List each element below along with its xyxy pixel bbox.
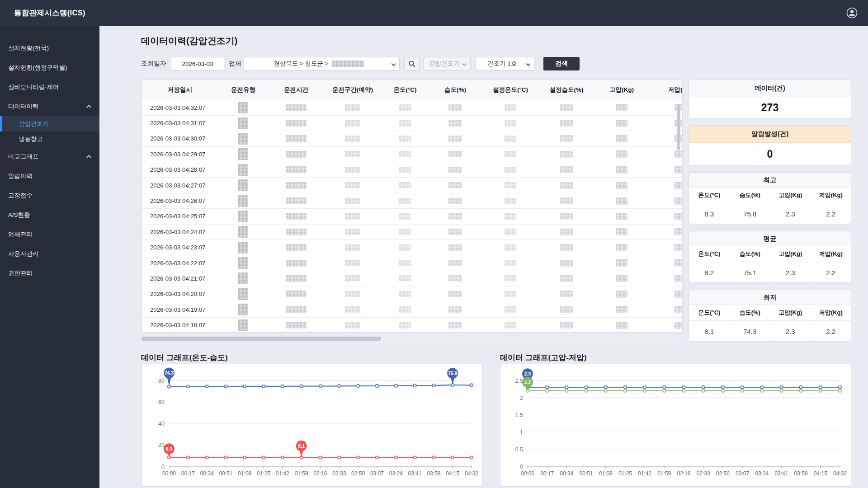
sidebar-item[interactable]: 업체관리 bbox=[0, 225, 99, 244]
sidebar-item[interactable]: 고장접수 bbox=[0, 186, 99, 205]
data-cell bbox=[649, 317, 683, 333]
sidebar-item[interactable]: A/S현황 bbox=[0, 205, 99, 225]
data-cell bbox=[382, 302, 429, 317]
sidebar-item[interactable]: 비교그래프 bbox=[0, 147, 99, 166]
data-cell bbox=[324, 240, 382, 255]
data-cell bbox=[429, 317, 482, 333]
data-cell bbox=[218, 317, 269, 333]
data-cell bbox=[649, 209, 683, 224]
timestamp-cell: 2026-03-03 04:27:07 bbox=[142, 178, 218, 193]
data-cell bbox=[649, 271, 683, 286]
data-cell bbox=[539, 302, 594, 317]
device-type-select[interactable]: 감압건조기 bbox=[424, 57, 471, 70]
svg-text:0: 0 bbox=[161, 464, 165, 470]
redacted-value bbox=[616, 104, 627, 111]
data-cell bbox=[324, 302, 382, 317]
redacted-value bbox=[448, 167, 462, 173]
svg-text:03:58: 03:58 bbox=[427, 470, 440, 477]
data-cell bbox=[649, 302, 683, 317]
data-cell bbox=[482, 209, 539, 224]
svg-text:01:59: 01:59 bbox=[295, 470, 308, 477]
sidebar-nav: 설치현황(전국)설치현황(행정구역별)설비모니터링·제어데이터이력감압건조기냉동… bbox=[0, 26, 99, 283]
redacted-value bbox=[345, 136, 360, 142]
sidebar-item-label: 업체관리 bbox=[8, 230, 33, 239]
svg-text:74.3: 74.3 bbox=[165, 370, 174, 375]
table-row: 2026-03-03 04:32:07 bbox=[142, 100, 683, 115]
redacted-value bbox=[616, 306, 627, 313]
data-cell bbox=[539, 271, 594, 286]
company-select[interactable]: 경상북도 > 청도군 > bbox=[244, 57, 400, 70]
data-cell bbox=[324, 317, 382, 333]
data-cell bbox=[382, 255, 429, 271]
sidebar-item-label: 데이터이력 bbox=[8, 103, 39, 111]
chevron-up-icon bbox=[86, 104, 91, 109]
device-unit-select[interactable]: 건조기 1호 bbox=[476, 57, 534, 70]
stat-col-header: 습도(%) bbox=[730, 305, 770, 321]
redacted-value bbox=[675, 228, 683, 235]
data-count-value: 273 bbox=[689, 97, 851, 118]
redacted-value bbox=[560, 306, 573, 313]
alarm-count-title: 알람발생(건) bbox=[689, 126, 851, 143]
stat-col-header: 온도(°C) bbox=[689, 188, 730, 203]
sidebar-item-label: A/S현황 bbox=[8, 211, 30, 219]
data-cell bbox=[539, 131, 594, 146]
sidebar-subitem[interactable]: 감압건조기 bbox=[0, 116, 99, 131]
data-cell bbox=[482, 146, 539, 162]
redacted-value bbox=[616, 213, 627, 220]
data-cell bbox=[482, 224, 539, 239]
data-cell bbox=[269, 178, 324, 193]
stat-value: 8.1 bbox=[689, 321, 730, 342]
timestamp-cell: 2026-03-03 04:22:07 bbox=[142, 255, 218, 271]
data-cell bbox=[324, 209, 382, 224]
redacted-value bbox=[399, 244, 411, 251]
sidebar-item[interactable]: 데이터이력 bbox=[0, 97, 99, 116]
data-cell bbox=[429, 240, 482, 255]
data-cell bbox=[218, 178, 269, 193]
redacted-value bbox=[505, 213, 516, 220]
sidebar-item[interactable]: 사용자관리 bbox=[0, 244, 99, 263]
search-button[interactable]: 검색 bbox=[543, 57, 580, 70]
redacted-value bbox=[560, 182, 573, 189]
company-search-button[interactable] bbox=[404, 57, 420, 70]
table-horizontal-scrollbar-track bbox=[142, 337, 683, 341]
sidebar-item[interactable]: 설치현황(전국) bbox=[0, 38, 99, 58]
svg-text:00:34: 00:34 bbox=[560, 470, 573, 477]
user-account-button[interactable] bbox=[846, 7, 858, 19]
sidebar-item[interactable]: 권한관리 bbox=[0, 263, 99, 283]
redacted-value bbox=[238, 164, 248, 176]
sidebar-item[interactable]: 알람이력 bbox=[0, 166, 99, 186]
svg-text:02:16: 02:16 bbox=[677, 470, 690, 477]
sidebar: 통합관제시스템(ICS) 설치현황(전국)설치현황(행정구역별)설비모니터링·제… bbox=[0, 0, 99, 488]
stat-col-header: 고압(Kg) bbox=[770, 305, 811, 321]
data-cell bbox=[382, 178, 429, 193]
redacted-value bbox=[448, 229, 462, 235]
data-cell bbox=[539, 240, 594, 255]
table-vertical-scrollbar[interactable] bbox=[677, 105, 680, 150]
redacted-value bbox=[345, 306, 360, 313]
data-cell bbox=[594, 224, 649, 239]
data-cell bbox=[324, 178, 382, 193]
data-cell bbox=[324, 286, 382, 302]
table-horizontal-scrollbar[interactable] bbox=[142, 337, 381, 341]
sidebar-item[interactable]: 설비모니터링·제어 bbox=[0, 77, 99, 97]
stat-col-header: 습도(%) bbox=[730, 246, 770, 262]
redacted-value bbox=[675, 306, 683, 313]
redacted-value bbox=[345, 275, 360, 282]
redacted-value bbox=[616, 166, 627, 174]
data-cell bbox=[539, 193, 594, 208]
account-icon bbox=[846, 7, 858, 19]
redacted-value bbox=[238, 211, 248, 222]
sidebar-item[interactable]: 설치현황(행정구역별) bbox=[0, 58, 99, 77]
sidebar-subitem[interactable]: 냉동창고 bbox=[0, 131, 99, 147]
date-label: 조회일자 bbox=[141, 60, 166, 68]
stat-value: 8.2 bbox=[689, 262, 730, 283]
redacted-value bbox=[675, 275, 683, 282]
svg-text:01:59: 01:59 bbox=[657, 470, 671, 477]
data-cell bbox=[429, 302, 482, 317]
filter-bar: 조회일자 업체 경상북도 > 청도군 > 감압건조기 건조기 1호 검색 bbox=[141, 57, 580, 70]
data-cell bbox=[649, 224, 683, 239]
date-input[interactable] bbox=[171, 57, 224, 70]
redacted-value bbox=[505, 136, 516, 142]
data-cell bbox=[429, 255, 482, 271]
data-cell bbox=[649, 255, 683, 271]
